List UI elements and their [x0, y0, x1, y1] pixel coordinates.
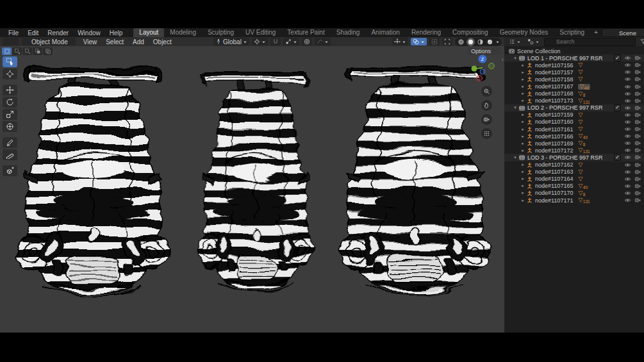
menu-file[interactable]: File: [4, 29, 23, 37]
expand-icon[interactable]: ▸: [520, 183, 526, 188]
tool-select-box[interactable]: [3, 56, 17, 67]
outliner-row-node[interactable]: ▸node#1107162▽: [504, 161, 644, 169]
viewport-pan[interactable]: [481, 100, 492, 111]
hide-in-viewport-icon[interactable]: [624, 111, 631, 119]
show-overlays[interactable]: [411, 38, 427, 45]
nav-gizmo[interactable]: Z: [468, 54, 497, 82]
collection-checkbox[interactable]: ✓: [614, 154, 621, 161]
select-mode-set[interactable]: [2, 47, 12, 55]
viewport-3d[interactable]: Options Z ‹: [0, 46, 504, 333]
workspace-tab-uv-editing[interactable]: UV Editing: [240, 28, 281, 37]
disable-in-renders-icon[interactable]: [634, 97, 641, 104]
tool-add-cube[interactable]: [3, 165, 17, 176]
tool-transform[interactable]: [3, 121, 17, 132]
mesh-data-icon[interactable]: ▽8: [578, 190, 585, 196]
expand-icon[interactable]: ▸: [520, 127, 526, 132]
shading-wireframe[interactable]: [457, 38, 465, 46]
expand-icon[interactable]: ▸: [520, 119, 526, 124]
gizmo-z-label[interactable]: Z: [481, 56, 484, 62]
outliner-row-node[interactable]: ▸node#1107169▽8: [504, 140, 644, 147]
viewport-menu-add[interactable]: Add: [128, 38, 149, 45]
disable-in-renders-icon[interactable]: [634, 119, 641, 126]
hide-in-viewport-icon[interactable]: [624, 133, 631, 140]
filter[interactable]: [638, 38, 644, 45]
hide-in-viewport-icon[interactable]: [624, 126, 631, 133]
sidebar-toggle[interactable]: ‹: [502, 56, 504, 63]
disable-in-renders-icon[interactable]: [634, 169, 641, 176]
viewport-camera-view[interactable]: [481, 114, 492, 125]
hide-in-viewport-icon[interactable]: [624, 69, 631, 76]
outliner-row-node[interactable]: ▸node#1107158▽: [504, 76, 644, 83]
disable-in-renders-icon[interactable]: [634, 176, 641, 183]
expand-icon[interactable]: ▸: [520, 63, 526, 68]
outliner-row-node[interactable]: ▸node#1107164▽: [504, 176, 644, 183]
transform-orientation[interactable]: Global: [213, 38, 249, 45]
select-mode-invert[interactable]: [33, 47, 42, 55]
outliner-row-node[interactable]: ▸node#1107172▽131: [504, 147, 644, 154]
hide-in-viewport-icon[interactable]: [624, 161, 631, 169]
hide-in-viewport-icon[interactable]: [624, 154, 631, 161]
select-mode-extend[interactable]: [12, 47, 22, 55]
menu-help[interactable]: Help: [105, 29, 128, 37]
viewport-menu-object[interactable]: Object: [149, 38, 176, 45]
mesh-data-icon[interactable]: ▽40: [578, 133, 588, 139]
outliner-row-node[interactable]: ▸node#1107160▽: [504, 119, 644, 126]
expand-icon[interactable]: ▸: [520, 84, 526, 89]
show-gizmos[interactable]: [392, 38, 408, 45]
expand-icon[interactable]: ▸: [520, 148, 526, 153]
expand-icon[interactable]: ▸: [520, 91, 526, 96]
hide-in-viewport-icon[interactable]: [624, 197, 631, 204]
viewport-menu-select[interactable]: Select: [101, 38, 128, 45]
collapse-icon[interactable]: ▾: [512, 105, 518, 110]
hide-in-viewport-icon[interactable]: [624, 104, 631, 111]
outliner-row-node[interactable]: ▸node#1107168▽8: [504, 90, 644, 97]
workspace-tab-shading[interactable]: Shading: [331, 28, 366, 37]
workspace-tab-layout[interactable]: Layout: [133, 28, 164, 37]
outliner-row-node[interactable]: ▸node#1107165▽40: [504, 183, 644, 190]
disable-in-renders-icon[interactable]: [634, 133, 641, 140]
outliner-row-node[interactable]: ▸node#1107161▽: [504, 126, 644, 133]
mode-select[interactable]: Object Mode: [22, 38, 76, 45]
workspace-tab-texture-paint[interactable]: Texture Paint: [281, 28, 330, 37]
proportional-falloff[interactable]: [315, 38, 331, 45]
workspace-tab-scripting[interactable]: Scripting: [554, 28, 590, 37]
outliner-row-collection[interactable]: ▾LOD 3 - PORSCHE 997 RSR✓: [504, 154, 644, 161]
chevron-down-icon[interactable]: [495, 40, 500, 44]
workspace-tab-sculpting[interactable]: Sculpting: [202, 28, 240, 37]
scene-name[interactable]: Scene: [619, 29, 644, 37]
outliner-row-node[interactable]: ▸node#1107173▽131: [504, 97, 644, 104]
chevron-down-icon[interactable]: [613, 31, 617, 35]
tool-scale[interactable]: [3, 109, 17, 120]
disable-in-renders-icon[interactable]: [634, 83, 641, 90]
pivot-point[interactable]: [252, 38, 268, 45]
tool-cursor[interactable]: [3, 69, 17, 79]
expand-icon[interactable]: ▸: [520, 176, 526, 181]
collection-checkbox[interactable]: ✓: [614, 54, 621, 62]
disable-in-renders-icon[interactable]: [634, 147, 641, 154]
collapse-icon[interactable]: ▾: [512, 56, 518, 61]
outliner-search[interactable]: [544, 38, 636, 46]
expand-icon[interactable]: ▸: [520, 112, 526, 117]
disable-in-renders-icon[interactable]: [634, 190, 641, 197]
outliner-row-node[interactable]: ▸node#1107163▽: [504, 169, 644, 176]
shading-solid[interactable]: [466, 38, 475, 46]
outliner-row-collection[interactable]: ▾LOD 1 - PORSCHE 997 RSR✓: [504, 54, 644, 62]
disable-in-renders-icon[interactable]: [634, 161, 641, 169]
shading-material[interactable]: [476, 38, 484, 46]
mesh-data-icon[interactable]: ▽131: [578, 147, 590, 153]
viewport-zoom[interactable]: [481, 86, 492, 97]
outliner-row-node[interactable]: ▸node#1107156▽: [504, 62, 644, 69]
disable-in-renders-icon[interactable]: [634, 197, 641, 204]
outliner-row-node[interactable]: ▸node#1107157▽: [504, 69, 644, 76]
mesh-data-icon[interactable]: ▽: [578, 76, 582, 82]
snap-target[interactable]: [283, 38, 299, 45]
outliner-row-node[interactable]: ▸node#1107159▽: [504, 111, 644, 119]
hide-in-viewport-icon[interactable]: [624, 97, 631, 104]
tool-annotate[interactable]: [3, 137, 17, 148]
menu-edit[interactable]: Edit: [23, 29, 43, 37]
outliner-row-node[interactable]: ▸node#1107166▽40: [504, 133, 644, 140]
proportional-editing[interactable]: [302, 38, 312, 45]
shading-rendered[interactable]: [486, 38, 494, 46]
workspace-tab-compositing[interactable]: Compositing: [447, 28, 494, 37]
hide-in-viewport-icon[interactable]: [624, 140, 631, 147]
